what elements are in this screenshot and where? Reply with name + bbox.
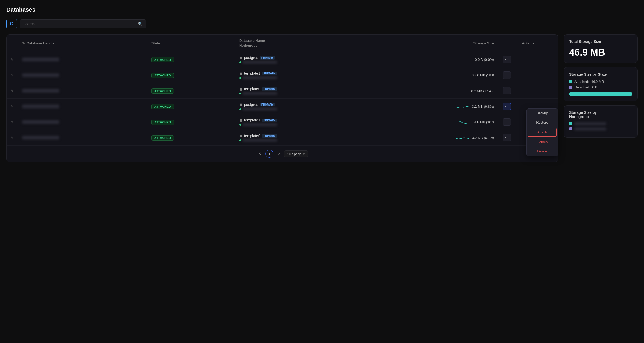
storage-value: 3.2 MB (6.7%) <box>472 136 494 140</box>
db-name: postgres <box>244 102 258 107</box>
sparkline-chart <box>456 134 469 141</box>
nodegroup-color-1 <box>569 122 572 125</box>
context-menu: Backup Restore Attach Detach Delete <box>526 108 558 156</box>
col-actions: Actions <box>498 35 558 52</box>
db-name: template1 <box>244 118 260 122</box>
search-icon: 🔍 <box>138 22 142 26</box>
storage-bar-attached <box>569 92 632 96</box>
total-storage-value: 46.9 MB <box>569 47 632 58</box>
row-edit-icon[interactable]: ✎ <box>11 136 14 140</box>
db-badge: PRIMARY <box>262 134 277 138</box>
db-badge: PRIMARY <box>260 103 275 106</box>
row-edit-icon[interactable]: ✎ <box>11 120 14 124</box>
storage-by-nodegroup-panel: Storage Size byNodegroup <box>564 105 638 138</box>
col-dbname: Database Name Nodegroup <box>235 35 367 52</box>
page-number[interactable]: 1 <box>265 150 273 158</box>
more-actions-button[interactable]: ⋯ <box>503 118 511 126</box>
search-input[interactable] <box>24 22 136 26</box>
more-actions-button[interactable]: ⋯ <box>503 134 511 141</box>
row-edit-icon[interactable]: ✎ <box>11 58 14 62</box>
table-row: ✎ ATTACHED ◼ template1 PRIMARY <box>7 67 558 83</box>
nodegroup-blur-1 <box>574 122 606 125</box>
table-row: ✎ ATTACHED ◼ template0 PRIMARY <box>7 130 558 146</box>
storage-by-state-title: Storage Size by State <box>569 72 632 76</box>
db-icon: ◼ <box>239 71 242 75</box>
db-name: postgres <box>244 56 258 60</box>
context-menu-item-delete[interactable]: Delete <box>527 147 558 156</box>
db-name: template0 <box>244 134 260 138</box>
table-row: ✎ ATTACHED ◼ postgres PRIMARY <box>7 99 558 114</box>
storage-value: 3.2 MB (6.8%) <box>472 105 494 109</box>
logo-button[interactable]: C <box>6 19 17 29</box>
attached-value: 46.9 MB <box>591 80 604 84</box>
context-menu-item-restore[interactable]: Restore <box>527 118 558 127</box>
storage-value: 8.2 MB (17.4% <box>471 89 494 93</box>
row-edit-icon[interactable]: ✎ <box>11 89 14 93</box>
table-row: ✎ ATTACHED ◼ template0 PRIMARY <box>7 83 558 99</box>
context-menu-item-backup[interactable]: Backup <box>527 109 558 118</box>
more-actions-button[interactable]: ⋯ <box>503 71 511 79</box>
db-badge: PRIMARY <box>262 87 277 91</box>
context-menu-item-attach[interactable]: Attach <box>528 128 557 137</box>
total-storage-panel: Total Storage Size 46.9 MB <box>564 34 638 63</box>
detached-value: 0 B <box>592 85 597 89</box>
state-badge: ATTACHED <box>151 135 174 141</box>
db-name: template0 <box>244 87 260 91</box>
context-menu-item-detach[interactable]: Detach <box>527 137 558 147</box>
prev-page-button[interactable]: < <box>257 150 263 157</box>
detached-legend-color <box>569 86 572 89</box>
db-icon: ◼ <box>239 87 242 91</box>
more-actions-button[interactable]: ⋯ <box>503 87 511 94</box>
page-title: Databases <box>6 6 638 13</box>
table-row: ✎ ATTACHED ◼ postgres PRIMARY <box>7 52 558 67</box>
col-state: State <box>147 35 235 52</box>
state-badge: ATTACHED <box>151 57 174 62</box>
db-badge: PRIMARY <box>262 72 277 75</box>
attached-label: Attached: <box>574 80 589 84</box>
db-badge: PRIMARY <box>260 56 275 60</box>
state-badge: ATTACHED <box>151 73 174 78</box>
sparkline-chart <box>456 103 469 110</box>
db-icon: ◼ <box>239 102 242 107</box>
more-actions-button[interactable]: ⋯ <box>503 103 511 110</box>
storage-bar-container <box>569 92 632 96</box>
next-page-button[interactable]: > <box>275 150 282 157</box>
storage-value: 27.6 MB (58.8 <box>472 73 494 77</box>
detached-label: Detached: <box>574 85 590 89</box>
table-row: ✎ ATTACHED ◼ template1 PRIMARY <box>7 114 558 130</box>
edit-col-icon: ✎ <box>22 41 25 45</box>
db-icon: ◼ <box>239 134 242 138</box>
row-edit-icon[interactable]: ✎ <box>11 73 14 77</box>
storage-value: 4.8 MB (10.3 <box>474 120 494 124</box>
row-edit-icon[interactable]: ✎ <box>11 105 14 109</box>
db-icon: ◼ <box>239 118 242 122</box>
col-storage: Storage Size <box>367 35 498 52</box>
state-badge: ATTACHED <box>151 104 174 109</box>
storage-by-nodegroup-title: Storage Size byNodegroup <box>569 110 632 119</box>
storage-by-state-panel: Storage Size by State Attached: 46.9 MB … <box>564 67 638 101</box>
attached-legend-color <box>569 80 572 83</box>
nodegroup-blur-2 <box>574 128 606 130</box>
db-name: template1 <box>244 71 260 75</box>
storage-value: 0.0 B (0.0%) <box>475 58 494 62</box>
total-storage-title: Total Storage Size <box>569 39 632 44</box>
db-badge: PRIMARY <box>262 119 277 122</box>
nodegroup-color-2 <box>569 127 572 130</box>
state-badge: ATTACHED <box>151 120 174 125</box>
state-badge: ATTACHED <box>151 88 174 94</box>
per-page-selector[interactable]: 10 / page ▼ <box>284 150 308 157</box>
db-icon: ◼ <box>239 56 242 60</box>
more-actions-button[interactable]: ⋯ <box>503 56 511 63</box>
col-handle: ✎ Database Handle <box>18 35 147 52</box>
sparkline-chart <box>458 119 472 125</box>
